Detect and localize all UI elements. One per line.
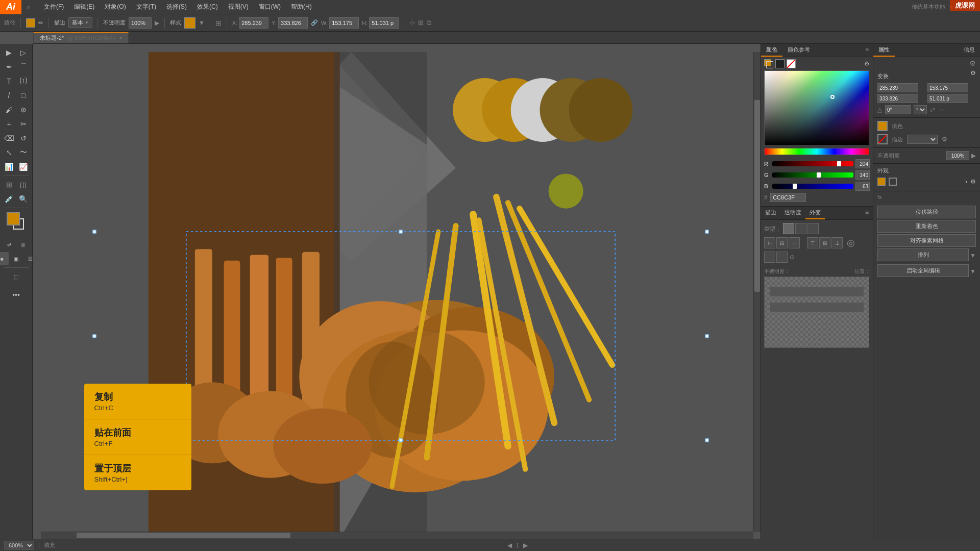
hex-input[interactable] — [770, 193, 806, 202]
default-colors-btn[interactable]: ◎ — [17, 238, 30, 251]
align-bottom[interactable]: ⊥ — [831, 237, 843, 248]
context-menu-paste-front[interactable]: 贴在前面 Ctrl+F — [84, 419, 191, 455]
menu-text[interactable]: 文字(T) — [132, 2, 160, 12]
transform-h-input[interactable] — [927, 94, 968, 103]
select-tool[interactable]: ▶ — [3, 46, 16, 59]
appearance-fill-swatch[interactable] — [877, 178, 886, 186]
swap-colors-btn[interactable]: ⇄ — [3, 238, 16, 251]
menu-view[interactable]: 视图(V) — [224, 2, 253, 12]
fill-color-swatch[interactable] — [26, 18, 35, 28]
align-middle[interactable]: ⊞ — [819, 237, 830, 248]
attr-stroke-swatch[interactable] — [877, 134, 888, 144]
pathfinder-icon[interactable]: ⧉ — [427, 19, 431, 27]
opacity-arrow-right[interactable]: ▶ — [155, 19, 159, 27]
angle-input[interactable] — [885, 105, 911, 114]
paintbrush-tool[interactable]: 🖌 — [3, 103, 16, 116]
align-top[interactable]: ⊤ — [807, 237, 818, 248]
dark-swatch[interactable] — [775, 59, 785, 68]
appearance-stroke-swatch[interactable] — [889, 178, 897, 186]
pen-tool[interactable]: ✒ — [3, 60, 16, 73]
type-tool[interactable]: T — [3, 74, 16, 88]
r-value-input[interactable] — [855, 159, 870, 168]
opacity-input[interactable] — [129, 17, 152, 29]
home-icon[interactable]: ⌂ — [21, 0, 36, 14]
add-anchor-tool[interactable]: + — [3, 117, 16, 131]
lock-icon[interactable]: 🔗 — [311, 19, 318, 26]
eyedropper-tool[interactable]: 💉 — [3, 192, 16, 206]
stroke-settings-icon[interactable]: ⚙ — [942, 136, 947, 143]
appearance-icon[interactable]: ⚙ — [970, 178, 976, 185]
scissors-tool[interactable]: ✂ — [17, 117, 30, 131]
color-mode-btn[interactable]: ■ — [0, 252, 9, 265]
context-menu-bring-top[interactable]: 置于顶层 Shift+Ctrl+] — [84, 455, 191, 490]
opacity-arrow[interactable]: ▶ — [971, 152, 976, 159]
b-slider[interactable] — [772, 184, 853, 189]
appearance-expand[interactable]: › — [965, 178, 967, 185]
document-tab[interactable]: 未标题-2* @ 600% (RGB/预览) × — [33, 32, 129, 43]
menu-window[interactable]: 窗口(W) — [255, 2, 285, 12]
scale-tool[interactable]: ⤡ — [3, 146, 16, 159]
stroke-dropdown[interactable]: 基本 ▼ — [68, 17, 92, 28]
color-spectrum[interactable] — [764, 70, 869, 146]
stroke-panel-menu[interactable]: ≡ — [861, 207, 873, 219]
trans-scale-2[interactable] — [776, 252, 788, 263]
g-slider[interactable] — [772, 172, 853, 178]
path-offset-btn[interactable]: 位移路径 — [877, 206, 976, 218]
settings-icon[interactable]: ⚙ — [969, 59, 976, 67]
transform-x-input[interactable] — [877, 83, 918, 92]
none-mode-btn[interactable]: ☒ — [24, 252, 37, 265]
trans-scale-1[interactable] — [764, 252, 775, 263]
menu-edit[interactable]: 编辑(E) — [70, 2, 99, 12]
graph-tool[interactable]: 📊 — [3, 160, 16, 173]
attr-fill-swatch[interactable] — [877, 121, 888, 131]
w-input[interactable] — [329, 17, 359, 29]
style-dropdown-arrow[interactable]: ▼ — [199, 19, 205, 27]
rotate-tool[interactable]: ↺ — [17, 132, 30, 145]
transform-y-input[interactable] — [927, 83, 968, 92]
properties-tab[interactable]: 属性 — [873, 44, 895, 57]
vertical-scrollbar-thumb[interactable] — [754, 100, 760, 292]
transform-icon[interactable]: ⊹ — [409, 19, 415, 27]
color-guide-tab[interactable]: 颜色参考 — [782, 44, 815, 57]
align-center[interactable]: ⊟ — [776, 237, 788, 248]
tab-close-button[interactable]: × — [119, 35, 122, 41]
b-value-input[interactable] — [855, 182, 870, 191]
fill-swatch[interactable] — [7, 212, 20, 226]
h-input[interactable] — [369, 17, 399, 29]
menu-select[interactable]: 选择(S) — [162, 2, 191, 12]
column-graph-tool[interactable]: 📈 — [17, 160, 30, 173]
arrange-dropdown-icon[interactable]: ▼ — [970, 252, 976, 259]
g-value-input[interactable] — [855, 170, 870, 180]
none-indicator[interactable] — [787, 59, 796, 68]
info-tab[interactable]: 信息 — [959, 44, 980, 57]
fx-label[interactable]: fx — [877, 194, 882, 200]
zoom-tool[interactable]: 🔍 — [17, 192, 30, 206]
mesh-tool[interactable]: ⊞ — [3, 178, 16, 191]
gradient-tool[interactable]: ◫ — [17, 178, 30, 191]
stroke-select[interactable] — [907, 135, 938, 144]
hue-slider[interactable] — [764, 148, 869, 155]
trans-type-1[interactable] — [783, 223, 794, 234]
more-tools[interactable]: ••• — [10, 288, 23, 302]
context-menu-copy[interactable]: 复制 Ctrl+C — [84, 384, 191, 419]
direct-select-tool[interactable]: ▷ — [17, 46, 30, 59]
trans-type-2[interactable] — [795, 223, 806, 234]
trans-circle-icon[interactable]: ◎ — [847, 237, 855, 248]
trans-clock-icon[interactable]: ⊙ — [790, 254, 795, 261]
global-edit-btn[interactable]: 启动全局编辑 — [877, 264, 969, 277]
menu-object[interactable]: 对象(O) — [101, 2, 130, 12]
status-mode[interactable]: 填充 — [44, 541, 55, 549]
artboard-tool[interactable]: ⬚ — [10, 270, 23, 283]
eraser-tool[interactable]: ⌫ — [3, 132, 16, 145]
recolor-btn[interactable]: 重新着色 — [877, 220, 976, 233]
menu-help[interactable]: 帮助(H) — [287, 2, 316, 12]
line-tool[interactable]: / — [3, 89, 16, 102]
transform-w-input[interactable] — [877, 94, 918, 103]
transparency-tab[interactable]: 透明度 — [780, 207, 805, 219]
fill-indicator[interactable] — [764, 59, 773, 68]
color-tab[interactable]: 颜色 — [761, 44, 782, 57]
opacity-attr-input[interactable] — [946, 151, 969, 160]
r-slider[interactable] — [772, 161, 853, 166]
x-input[interactable] — [239, 17, 268, 29]
gradient-mode-btn[interactable]: ▣ — [10, 252, 23, 265]
